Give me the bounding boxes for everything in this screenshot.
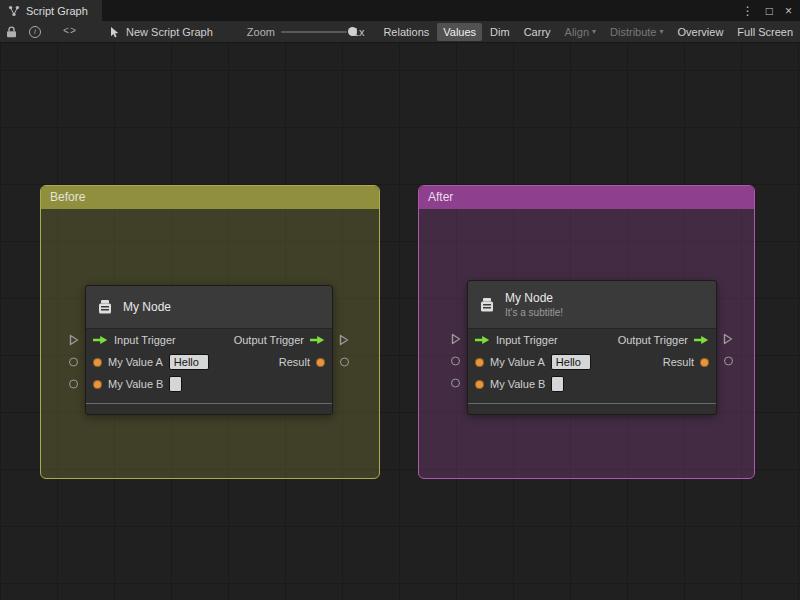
result-outer-port[interactable] bbox=[724, 357, 733, 366]
relations-button[interactable]: Relations bbox=[377, 23, 435, 41]
value-a-outer-port[interactable] bbox=[69, 358, 78, 367]
tab-script-graph[interactable]: Script Graph bbox=[0, 0, 102, 21]
value-b-port[interactable] bbox=[93, 380, 102, 389]
unit-icon bbox=[96, 298, 114, 316]
tab-title: Script Graph bbox=[26, 5, 88, 17]
zoom-slider[interactable] bbox=[281, 26, 347, 38]
result-label: Result bbox=[663, 356, 694, 368]
value-a-outer-port[interactable] bbox=[451, 357, 460, 366]
node-gap bbox=[468, 395, 716, 403]
node-row-trigger: Input Trigger Output Trigger bbox=[86, 329, 332, 351]
flow-in-port[interactable] bbox=[475, 335, 490, 345]
node-row-value-b: My Value B bbox=[86, 373, 332, 395]
flow-out-outer-port[interactable] bbox=[723, 333, 733, 345]
group-before-title: Before bbox=[50, 190, 85, 204]
window-controls: ⋮ □ × bbox=[742, 0, 800, 21]
graph-toolbar: i <> New Script Graph Zoom 1x Relations … bbox=[0, 21, 800, 43]
align-label: Align bbox=[565, 26, 589, 38]
value-b-field[interactable] bbox=[551, 376, 564, 392]
node-title: My Node bbox=[123, 300, 171, 314]
flow-in-outer-port[interactable] bbox=[451, 333, 461, 345]
value-b-field[interactable] bbox=[169, 376, 182, 392]
carry-button[interactable]: Carry bbox=[518, 23, 557, 41]
flow-out-outer-port[interactable] bbox=[339, 334, 349, 346]
flow-out-label: Output Trigger bbox=[618, 334, 688, 346]
flow-out-port[interactable] bbox=[310, 335, 325, 345]
graph-tab-icon bbox=[8, 5, 20, 17]
group-after-header[interactable]: After bbox=[419, 186, 754, 209]
node-row-value-a: My Value A Hello Result bbox=[468, 351, 716, 373]
value-b-label: My Value B bbox=[490, 378, 545, 390]
value-b-label: My Value B bbox=[108, 378, 163, 390]
code-view-icon[interactable]: <> bbox=[63, 26, 77, 37]
tab-bar: Script Graph ⋮ □ × bbox=[0, 0, 800, 21]
info-icon[interactable]: i bbox=[23, 21, 47, 42]
pointer-icon bbox=[109, 26, 120, 38]
maximize-icon[interactable]: □ bbox=[766, 5, 773, 17]
flow-out-label: Output Trigger bbox=[234, 334, 304, 346]
value-a-field[interactable]: Hello bbox=[551, 354, 591, 370]
flow-in-outer-port[interactable] bbox=[69, 334, 79, 346]
node-my-node-before[interactable]: My Node Input Trigger Output Trigger My … bbox=[85, 285, 333, 415]
align-button[interactable]: Align ▾ bbox=[559, 23, 602, 41]
graph-canvas[interactable]: Before After My Node Input Trigger Outpu… bbox=[0, 43, 800, 600]
dim-button[interactable]: Dim bbox=[484, 23, 516, 41]
result-outer-port[interactable] bbox=[340, 358, 349, 367]
flow-in-label: Input Trigger bbox=[496, 334, 558, 346]
flow-out-port[interactable] bbox=[694, 335, 709, 345]
flow-in-port[interactable] bbox=[93, 335, 108, 345]
value-b-port[interactable] bbox=[475, 380, 484, 389]
unit-icon bbox=[478, 296, 496, 314]
distribute-label: Distribute bbox=[610, 26, 656, 38]
group-after-title: After bbox=[428, 190, 453, 204]
node-header[interactable]: My Node bbox=[86, 286, 332, 329]
value-a-port[interactable] bbox=[93, 358, 102, 367]
node-my-node-after[interactable]: My Node It's a subtitle! Input Trigger O… bbox=[467, 280, 717, 415]
result-label: Result bbox=[279, 356, 310, 368]
close-icon[interactable]: × bbox=[785, 5, 792, 17]
chevron-down-icon: ▾ bbox=[660, 28, 664, 36]
value-a-field[interactable]: Hello bbox=[169, 354, 209, 370]
graph-name-label: New Script Graph bbox=[126, 26, 213, 38]
node-title: My Node bbox=[505, 291, 563, 305]
value-b-outer-port[interactable] bbox=[451, 379, 460, 388]
zoom-slider-track bbox=[281, 31, 347, 33]
node-row-trigger: Input Trigger Output Trigger bbox=[468, 329, 716, 351]
value-b-outer-port[interactable] bbox=[69, 380, 78, 389]
result-port[interactable] bbox=[700, 358, 709, 367]
group-before-header[interactable]: Before bbox=[41, 186, 379, 209]
node-footer bbox=[86, 404, 332, 414]
node-subtitle: It's a subtitle! bbox=[505, 307, 563, 318]
node-footer bbox=[468, 404, 716, 414]
zoom-slider-handle[interactable] bbox=[348, 27, 357, 36]
distribute-button[interactable]: Distribute ▾ bbox=[604, 23, 669, 41]
lock-icon[interactable] bbox=[0, 21, 23, 42]
chevron-down-icon: ▾ bbox=[592, 28, 596, 36]
value-a-label: My Value A bbox=[108, 356, 163, 368]
node-gap bbox=[86, 395, 332, 403]
window-menu-icon[interactable]: ⋮ bbox=[742, 5, 754, 17]
value-a-label: My Value A bbox=[490, 356, 545, 368]
zoom-label: Zoom bbox=[247, 26, 275, 38]
result-port[interactable] bbox=[316, 358, 325, 367]
graph-selector[interactable]: New Script Graph bbox=[109, 26, 213, 38]
node-row-value-b: My Value B bbox=[468, 373, 716, 395]
overview-button[interactable]: Overview bbox=[672, 23, 730, 41]
fullscreen-button[interactable]: Full Screen bbox=[731, 23, 799, 41]
node-header[interactable]: My Node It's a subtitle! bbox=[468, 281, 716, 329]
value-a-port[interactable] bbox=[475, 358, 484, 367]
flow-in-label: Input Trigger bbox=[114, 334, 176, 346]
node-row-value-a: My Value A Hello Result bbox=[86, 351, 332, 373]
values-button[interactable]: Values bbox=[437, 23, 482, 41]
